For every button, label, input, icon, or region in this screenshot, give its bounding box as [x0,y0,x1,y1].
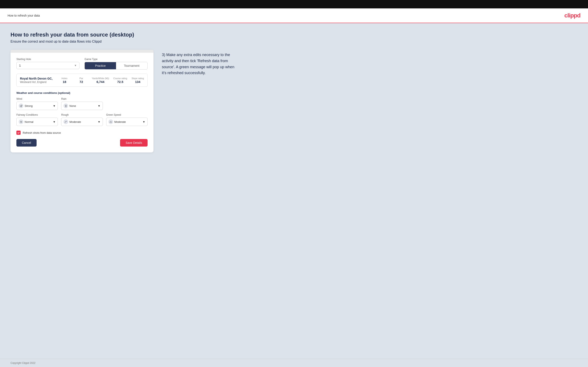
wind-rain-row: Wind Strong ▼ [16,97,147,110]
slope-rating-label: Slope rating [132,77,144,80]
page-title: How to refresh your data from source (de… [10,32,578,38]
tournament-toggle-btn[interactable]: Tournament [116,62,147,69]
fairway-select[interactable]: Normal ▼ [16,117,58,126]
rough-value: Moderate [69,120,81,124]
par-label: Par [79,77,83,80]
footer: Copyright Clippd 2022 [0,359,588,367]
game-type-toggle: Practice Tournament [85,62,147,69]
rain-value: None [69,104,76,108]
course-rating-value: 72.5 [117,80,123,83]
rain-icon [63,103,68,108]
rough-label: Rough [61,113,103,116]
rough-select-inner: Moderate [63,119,81,124]
fairway-value: Normal [25,120,34,124]
rough-select[interactable]: Moderate ▼ [61,117,103,126]
wind-icon [19,103,23,108]
starting-hole-select[interactable]: 1 ▼ [16,62,79,69]
starting-hole-value: 1 [19,64,21,67]
holes-value: 18 [63,80,66,83]
slope-rating-value: 134 [135,80,140,83]
starting-hole-label: Starting Hole [16,58,79,61]
green-speed-label: Green Speed [106,113,147,116]
rain-select-inner: None [63,103,76,108]
rough-chevron-icon: ▼ [98,120,101,124]
green-speed-group: Green Speed Moderate ▼ [106,113,147,126]
fairway-chevron-icon: ▼ [53,120,55,124]
course-name-block: Royal North Devon GC, Westward Ho!, Engl… [20,77,54,83]
header: How to refresh your data clippd [0,8,588,23]
rain-label: Rain [61,97,103,100]
yards-label: Yards/White (M)) [92,77,109,80]
starting-hole-chevron-icon: ▼ [74,64,77,67]
course-rating-label: Course rating [113,77,127,80]
green-speed-select-inner: Moderate [108,119,126,124]
copyright: Copyright Clippd 2022 [10,362,35,365]
fairway-label: Fairway Conditions [16,113,58,116]
weather-section-title: Weather and course conditions (optional) [16,91,147,94]
card: Starting Hole 1 ▼ Game Type Practice Tou… [10,50,154,152]
course-name: Royal North Devon GC, [20,77,54,80]
starting-hole-group: Starting Hole 1 ▼ [16,58,79,69]
yards-value: 6,744 [96,80,104,83]
course-rating-stat: Course rating 72.5 [113,77,127,83]
refresh-checkbox-row[interactable]: Refresh shots from data source [16,131,147,135]
green-speed-select[interactable]: Moderate ▼ [106,117,147,126]
wind-select[interactable]: Strong ▼ [16,102,58,110]
par-stat: Par 72 [75,77,88,83]
svg-point-2 [21,122,21,122]
save-button[interactable]: Save Details [120,139,147,147]
rough-icon [63,119,68,124]
wind-chevron-icon: ▼ [53,104,55,108]
fairway-group: Fairway Conditions Normal ▼ [16,113,58,126]
game-type-group: Game Type Practice Tournament [85,58,147,69]
course-location: Westward Ho!, England [20,81,54,83]
logo: clippd [564,12,580,19]
page-subtitle: Ensure the correct and most up to date d… [10,40,578,43]
wind-value: Strong [25,104,33,108]
game-type-label: Game Type [85,58,147,61]
practice-toggle-btn[interactable]: Practice [85,62,116,69]
wind-label: Wind [16,97,58,100]
slope-rating-stat: Slope rating 134 [131,77,144,83]
green-speed-chevron-icon: ▼ [143,120,145,124]
rain-group: Rain None ▼ [61,97,103,110]
refresh-checkbox-label: Refresh shots from data source [23,131,61,134]
wind-select-inner: Strong [19,103,33,108]
wind-group: Wind Strong ▼ [16,97,58,110]
course-info-box: Royal North Devon GC, Westward Ho!, Engl… [16,74,147,87]
card-top-bar [10,50,154,53]
conditions-row: Fairway Conditions Normal ▼ [16,113,147,126]
holes-label: Holes [62,77,68,80]
top-bar [0,0,588,8]
rain-chevron-icon: ▼ [98,104,101,108]
refresh-checkbox[interactable] [16,131,21,135]
svg-point-0 [65,105,66,106]
placeholder-group [106,97,147,110]
cancel-button[interactable]: Cancel [16,139,37,147]
content-area: How to refresh your data from source (de… [0,23,588,359]
button-row: Cancel Save Details [16,139,147,147]
fairway-select-inner: Normal [19,119,34,124]
holes-stat: Holes 18 [58,77,71,83]
rough-group: Rough Moderate ▼ [61,113,103,126]
par-value: 72 [79,80,83,83]
top-fields-row: Starting Hole 1 ▼ Game Type Practice Tou… [16,58,147,69]
rain-select[interactable]: None ▼ [61,102,103,110]
instructions-text: 3) Make any extra edits necessary to the… [162,50,238,76]
yards-stat: Yards/White (M)) 6,744 [92,77,109,83]
fairway-icon [19,119,23,124]
main-layout: Starting Hole 1 ▼ Game Type Practice Tou… [10,50,578,152]
green-speed-value: Moderate [114,120,126,124]
green-speed-icon [108,119,113,124]
breadcrumb: How to refresh your data [8,14,40,17]
